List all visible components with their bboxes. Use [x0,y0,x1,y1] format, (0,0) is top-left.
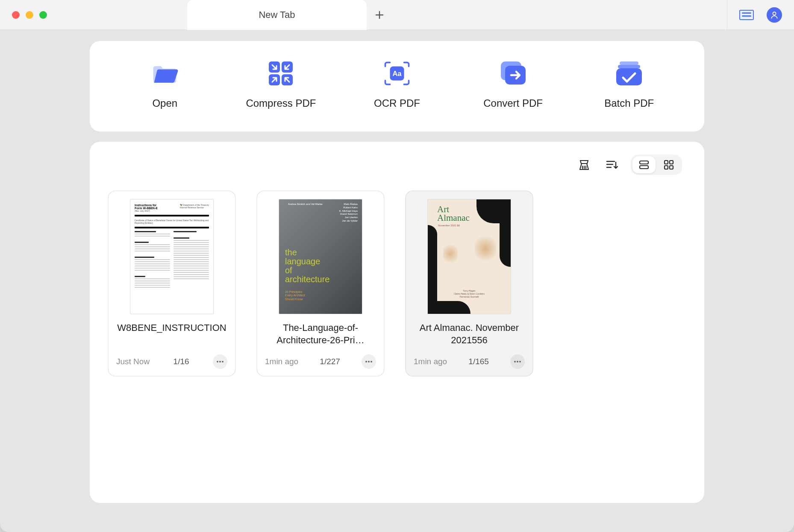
view-toggle [631,155,682,175]
document-thumbnail: Art Almanac November 2021 $6 Tony HaganC… [427,199,511,314]
action-convert-pdf[interactable]: Convert PDF [471,61,556,109]
svg-rect-11 [616,68,642,85]
document-title: W8BENE_INSTRUCTION [116,322,227,347]
action-label: Batch PDF [604,97,654,109]
view-list-button[interactable] [632,156,656,173]
card-meta: 1min ago 1/227 [265,354,376,369]
sort-button[interactable] [603,157,620,173]
action-open[interactable]: Open [122,61,208,109]
svg-rect-9 [620,61,638,65]
ocr-icon: Aa [383,61,411,86]
svg-point-23 [371,361,372,362]
app-window: New Tab Open [0,0,794,532]
svg-point-24 [514,361,516,362]
recent-card[interactable]: Andrea Simitch and Val Warke Iñaki Ábalo… [256,190,385,377]
svg-point-25 [517,361,518,362]
broom-icon [578,158,591,171]
document-thumbnail: Instructions for Form W-8BEN-E(Rev. July… [130,199,214,314]
view-grid-button[interactable] [657,156,680,173]
document-thumbnail: Andrea Simitch and Val Warke Iñaki Ábalo… [279,199,362,314]
page-count: 1/165 [468,357,489,366]
plus-icon [375,10,384,20]
more-icon [216,360,224,363]
content: Open Compress PDF [0,30,794,520]
recent-card[interactable]: Art Almanac November 2021 $6 Tony HaganC… [405,190,533,377]
recent-cards: Instructions for Form W-8BEN-E(Rev. July… [103,190,691,377]
action-label: Open [152,97,177,109]
card-meta: 1min ago 1/165 [414,354,525,369]
card-more-button[interactable] [362,354,376,369]
svg-rect-12 [640,161,648,164]
convert-icon [499,61,527,86]
action-label: Compress PDF [246,97,316,109]
compress-icon [267,61,295,86]
batch-icon [615,61,643,86]
svg-point-21 [365,361,367,362]
recent-toolbar [103,154,691,190]
action-batch-pdf[interactable]: Batch PDF [586,61,672,109]
folder-open-icon [151,61,179,86]
fullscreen-window-button[interactable] [39,11,47,19]
tab-new-tab[interactable]: New Tab [187,0,367,30]
action-label: Convert PDF [483,97,543,109]
action-label: OCR PDF [374,97,420,109]
recent-card[interactable]: Instructions for Form W-8BEN-E(Rev. July… [108,190,236,377]
svg-rect-10 [618,65,640,68]
titlebar-right [727,0,794,30]
titlebar: New Tab [0,0,794,30]
svg-rect-16 [665,166,668,169]
time-label: 1min ago [265,357,298,366]
recent-panel: Instructions for Form W-8BEN-E(Rev. July… [90,142,704,503]
document-title: The-Language-of-Architecture-26-Pri… [265,322,376,347]
svg-point-26 [519,361,521,362]
tab-title: New Tab [259,9,295,20]
action-ocr-pdf[interactable]: Aa OCR PDF [354,61,440,109]
card-more-button[interactable] [510,354,525,369]
clear-recents-button[interactable] [576,157,592,173]
page-count: 1/227 [320,357,340,366]
minimize-window-button[interactable] [26,11,33,19]
svg-point-18 [217,361,218,362]
app-icon[interactable] [739,10,754,20]
card-meta: Just Now 1/16 [116,354,227,369]
action-compress-pdf[interactable]: Compress PDF [238,61,323,109]
quick-actions-panel: Open Compress PDF [90,41,704,132]
page-count: 1/16 [174,357,189,366]
close-window-button[interactable] [12,11,20,19]
sort-icon [605,158,618,171]
time-label: 1min ago [414,357,447,366]
card-more-button[interactable] [213,354,227,369]
svg-point-22 [368,361,370,362]
more-icon [514,360,521,363]
document-title: Art Almanac. November 2021556 [414,322,525,347]
list-view-icon [638,159,650,170]
svg-text:Aa: Aa [392,70,402,77]
window-controls [0,11,59,19]
svg-point-19 [219,361,221,362]
svg-point-0 [773,12,776,15]
svg-point-20 [222,361,223,362]
svg-rect-15 [670,161,673,164]
svg-rect-14 [665,161,668,164]
time-label: Just Now [116,357,150,366]
account-button[interactable] [767,7,782,23]
grid-view-icon [663,159,674,170]
user-icon [770,11,779,19]
svg-rect-17 [670,166,673,169]
svg-rect-13 [640,166,648,169]
new-tab-button[interactable] [367,0,392,30]
more-icon [365,360,373,363]
